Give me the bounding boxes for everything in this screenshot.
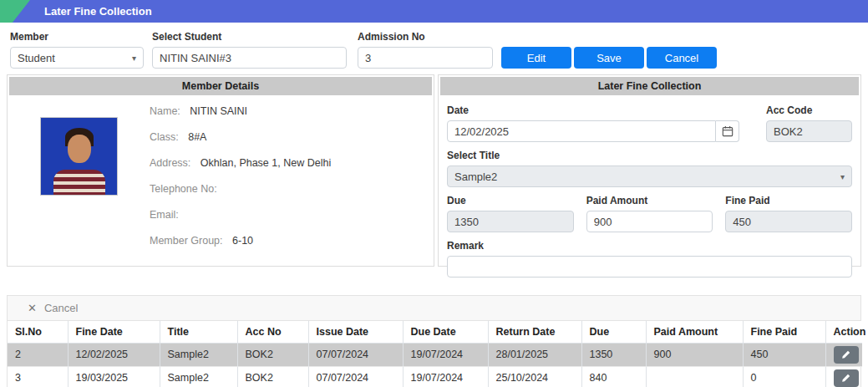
cell-issue-date: 07/07/2024 xyxy=(308,366,403,387)
table-cancel-button[interactable]: ✕ Cancel xyxy=(8,296,860,321)
chevron-down-icon: ▾ xyxy=(840,172,845,181)
select-student-label: Select Student xyxy=(152,31,347,43)
edit-row-button[interactable] xyxy=(834,369,859,387)
email-label: Email: xyxy=(150,209,179,221)
class-value: 8#A xyxy=(188,131,206,143)
admission-no-label: Admission No xyxy=(358,31,493,43)
cell-fine-date: 12/02/2025 xyxy=(68,343,160,366)
cell-due-date: 19/07/2024 xyxy=(403,343,488,366)
cell-action xyxy=(825,366,862,387)
cell-fine-paid: 0 xyxy=(743,366,825,387)
acc-code-label: Acc Code xyxy=(766,104,852,116)
address-label: Address: xyxy=(150,157,190,169)
fine-paid-input xyxy=(725,211,852,232)
cell-sl-no: 3 xyxy=(8,366,68,387)
date-input[interactable] xyxy=(447,120,716,142)
member-details-title: Member Details xyxy=(9,77,432,95)
cell-due: 1350 xyxy=(581,343,646,366)
select-title-dropdown[interactable]: Sample2 ▾ xyxy=(447,165,852,187)
corner-accent xyxy=(0,0,30,23)
telephone-label: Telephone No: xyxy=(150,183,217,195)
acc-code-input xyxy=(766,120,852,142)
col-issue-date: Issue Date xyxy=(308,321,403,343)
remark-input[interactable] xyxy=(447,256,852,278)
photo-shirt xyxy=(53,170,105,196)
name-value: NITIN SAINI xyxy=(190,105,247,117)
col-paid-amount: Paid Amount xyxy=(646,321,743,343)
chevron-down-icon: ▾ xyxy=(132,53,136,63)
fines-table-section: ✕ Cancel Sl.No Fine Date Title Acc No Is… xyxy=(7,295,861,387)
cell-return-date: 28/01/2025 xyxy=(488,343,581,366)
col-sl-no: Sl.No xyxy=(8,321,68,343)
cell-title: Sample2 xyxy=(160,366,237,387)
pencil-icon xyxy=(841,350,850,359)
member-group-value: 6-10 xyxy=(232,235,253,247)
table-row[interactable]: 3 19/03/2025 Sample2 BOK2 07/07/2024 19/… xyxy=(8,366,862,387)
cancel-button[interactable]: Cancel xyxy=(647,47,717,69)
table-row[interactable]: 2 12/02/2025 Sample2 BOK2 07/07/2024 19/… xyxy=(8,343,862,366)
col-fine-paid: Fine Paid xyxy=(743,321,825,343)
cell-fine-date: 19/03/2025 xyxy=(68,366,160,387)
member-group-label: Member Group: xyxy=(150,235,223,247)
cell-due: 840 xyxy=(581,366,646,387)
member-address-row: Address: Okhlan, Phase 1, New Delhi xyxy=(150,157,331,172)
member-name-row: Name: NITIN SAINI xyxy=(150,105,331,120)
address-value: Okhlan, Phase 1, New Delhi xyxy=(201,157,331,169)
paid-amount-input[interactable] xyxy=(586,211,713,232)
page-title: Later Fine Collection xyxy=(44,5,152,18)
member-search-form: Member Student ▾ Select Student Admissio… xyxy=(0,23,868,69)
class-label: Class: xyxy=(150,131,179,143)
cell-title: Sample2 xyxy=(160,343,237,366)
cell-due-date: 19/07/2024 xyxy=(403,366,488,387)
col-due-date: Due Date xyxy=(403,321,488,343)
calendar-icon[interactable] xyxy=(716,120,739,142)
admission-no-input[interactable] xyxy=(358,47,493,69)
table-cancel-label: Cancel xyxy=(44,302,78,314)
member-label: Member xyxy=(10,31,144,43)
col-action: Action xyxy=(825,321,862,343)
member-email-row: Email: xyxy=(150,209,331,224)
save-button[interactable]: Save xyxy=(574,47,644,69)
cell-sl-no: 2 xyxy=(8,343,68,366)
col-acc-no: Acc No xyxy=(237,321,308,343)
cell-paid-amount xyxy=(646,366,743,387)
member-group-row: Member Group: 6-10 xyxy=(150,235,331,250)
remark-label: Remark xyxy=(447,240,852,252)
page-header: Later Fine Collection xyxy=(0,0,868,23)
fine-collection-title: Later Fine Collection xyxy=(440,77,859,95)
select-title-label: Select Title xyxy=(447,150,852,161)
member-select[interactable]: Student ▾ xyxy=(10,47,144,69)
col-title: Title xyxy=(160,321,237,343)
member-select-value: Student xyxy=(18,52,55,64)
member-telephone-row: Telephone No: xyxy=(150,183,331,198)
member-details-panel: Member Details Name: NITIN SAINI Class: … xyxy=(7,74,434,267)
cell-paid-amount: 900 xyxy=(646,343,743,366)
table-header-row: Sl.No Fine Date Title Acc No Issue Date … xyxy=(8,321,862,343)
due-label: Due xyxy=(447,195,574,206)
edit-button[interactable]: Edit xyxy=(501,47,571,69)
select-title-value: Sample2 xyxy=(454,171,497,183)
select-student-input[interactable] xyxy=(152,47,347,69)
fine-collection-panel: Later Fine Collection Date xyxy=(438,74,861,267)
fines-table: Sl.No Fine Date Title Acc No Issue Date … xyxy=(8,321,862,387)
name-label: Name: xyxy=(150,105,180,117)
cell-acc-no: BOK2 xyxy=(237,343,308,366)
paid-amount-label: Paid Amount xyxy=(586,195,713,206)
cell-issue-date: 07/07/2024 xyxy=(308,343,403,366)
photo-face xyxy=(68,135,91,163)
pencil-icon xyxy=(841,374,850,383)
member-class-row: Class: 8#A xyxy=(150,131,331,146)
cell-return-date: 25/10/2024 xyxy=(488,366,581,387)
member-photo xyxy=(40,117,118,196)
col-due: Due xyxy=(581,321,646,343)
cell-action xyxy=(825,343,862,366)
col-fine-date: Fine Date xyxy=(68,321,160,343)
fine-paid-label: Fine Paid xyxy=(725,195,852,206)
cell-acc-no: BOK2 xyxy=(237,366,308,387)
close-icon: ✕ xyxy=(28,302,37,314)
date-label: Date xyxy=(447,104,739,116)
due-input xyxy=(447,211,574,232)
cell-fine-paid: 450 xyxy=(743,343,825,366)
col-return-date: Return Date xyxy=(488,321,581,343)
edit-row-button[interactable] xyxy=(834,346,859,364)
